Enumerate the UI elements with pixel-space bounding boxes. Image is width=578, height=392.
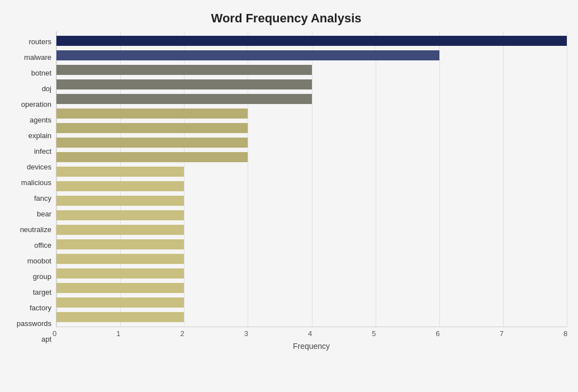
bar-bear — [56, 196, 184, 206]
bar-row-operation — [56, 92, 567, 106]
grid-and-bars — [56, 31, 567, 327]
chart-title: Word Frequency Analysis — [6, 11, 567, 26]
x-tick-3: 3 — [244, 329, 248, 338]
bar-row-infect — [56, 135, 567, 150]
x-axis-title: Frequency — [56, 342, 567, 351]
y-label-group: group — [6, 268, 56, 284]
y-axis: routersmalwarebotnetdojoperationagentsex… — [6, 31, 56, 351]
bars-container — [56, 31, 567, 327]
y-label-passwords: passwords — [6, 315, 56, 331]
bar-routers — [56, 36, 567, 46]
bar-row-botnet — [56, 63, 567, 77]
y-label-target: target — [6, 284, 56, 300]
bar-row-target — [56, 266, 567, 281]
x-tick-6: 6 — [436, 329, 440, 338]
x-tick-2: 2 — [181, 329, 184, 338]
bar-devices — [56, 152, 248, 162]
x-tick-8: 8 — [563, 329, 567, 338]
bar-malicious — [56, 167, 184, 177]
y-label-agents: agents — [6, 112, 56, 127]
bar-operation — [56, 94, 312, 104]
bar-row-doj — [56, 77, 567, 92]
y-label-operation: operation — [6, 96, 56, 112]
bar-row-neutralize — [56, 208, 567, 223]
plot-area: 012345678 Frequency — [56, 31, 567, 351]
y-label-explain: explain — [6, 127, 56, 143]
bar-row-apt — [56, 310, 567, 324]
bar-row-fancy — [56, 179, 567, 193]
bar-fancy — [56, 181, 184, 191]
y-label-infect: infect — [6, 143, 56, 159]
y-label-botnet: botnet — [6, 65, 56, 81]
y-label-routers: routers — [6, 34, 56, 49]
y-label-moobot: moobot — [6, 253, 56, 268]
bar-infect — [56, 138, 248, 148]
bar-office — [56, 225, 184, 235]
x-tick-5: 5 — [372, 329, 376, 338]
bar-agents — [56, 108, 248, 119]
grid-line-8 — [567, 31, 567, 327]
bar-row-moobot — [56, 237, 567, 252]
x-axis-labels: 012345678 — [56, 329, 567, 341]
bar-apt — [56, 312, 184, 322]
bar-row-routers — [56, 34, 567, 48]
bar-botnet — [56, 65, 312, 75]
y-label-office: office — [6, 237, 56, 253]
x-tick-1: 1 — [116, 329, 120, 338]
y-label-devices: devices — [6, 159, 56, 174]
bar-row-factory — [56, 281, 567, 295]
bar-row-agents — [56, 106, 567, 121]
bar-row-malware — [56, 48, 567, 63]
bar-row-malicious — [56, 164, 567, 179]
bar-row-bear — [56, 193, 567, 208]
bar-malware — [56, 50, 439, 60]
x-tick-4: 4 — [308, 329, 312, 338]
y-label-fancy: fancy — [6, 190, 56, 206]
x-tick-0: 0 — [53, 329, 56, 338]
bar-row-passwords — [56, 295, 567, 310]
y-label-bear: bear — [6, 206, 56, 221]
bar-passwords — [56, 297, 184, 308]
chart-container: Word Frequency Analysis routersmalwarebo… — [0, 0, 578, 392]
x-tick-7: 7 — [500, 329, 504, 338]
bar-row-explain — [56, 121, 567, 135]
bar-explain — [56, 123, 248, 133]
bar-target — [56, 268, 184, 278]
chart-area: routersmalwarebotnetdojoperationagentsex… — [6, 31, 567, 351]
bar-factory — [56, 283, 184, 293]
bar-row-devices — [56, 150, 567, 164]
y-label-factory: factory — [6, 300, 56, 315]
bar-row-office — [56, 223, 567, 237]
bar-row-group — [56, 252, 567, 266]
y-label-doj: doj — [6, 81, 56, 96]
y-label-malware: malware — [6, 49, 56, 65]
y-label-neutralize: neutralize — [6, 221, 56, 237]
y-label-apt: apt — [6, 331, 56, 347]
bar-group — [56, 254, 184, 264]
bar-moobot — [56, 239, 184, 249]
y-label-malicious: malicious — [6, 174, 56, 190]
bar-doj — [56, 79, 312, 89]
bar-neutralize — [56, 210, 184, 220]
